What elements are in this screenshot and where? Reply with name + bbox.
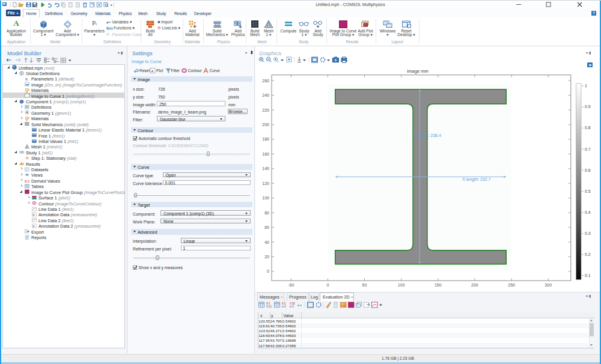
svg-text:-50: -50 (288, 283, 294, 287)
svg-text:0: 0 (326, 283, 329, 287)
svg-text:100: 100 (398, 283, 405, 287)
svg-text:e-x: e-x (297, 303, 302, 306)
svg-text:1: 1 (585, 83, 587, 88)
svg-text:40: 40 (264, 240, 269, 244)
svg-text:8.5: 8.5 (282, 302, 286, 305)
svg-text:240: 240 (262, 93, 269, 97)
svg-text:8.5: 8.5 (266, 302, 270, 305)
svg-text:0.4: 0.4 (585, 210, 591, 214)
svg-text:i: i (28, 78, 28, 81)
svg-text:260: 260 (262, 79, 269, 83)
svg-text:0.7: 0.7 (585, 147, 591, 151)
svg-text:0.9: 0.9 (585, 105, 591, 109)
svg-text:e-3: e-3 (282, 305, 286, 308)
svg-text:250: 250 (508, 283, 515, 287)
svg-text:e-3: e-3 (290, 305, 294, 308)
svg-text:200: 200 (262, 123, 269, 127)
svg-text:4.12: 4.12 (266, 305, 272, 308)
svg-text:140: 140 (262, 166, 269, 171)
svg-text:0: 0 (267, 269, 269, 273)
svg-text:300: 300 (545, 283, 552, 287)
svg-text:8.5: 8.5 (25, 179, 29, 183)
svg-text:a: a (33, 213, 35, 216)
svg-text:20: 20 (264, 255, 269, 259)
svg-text:100: 100 (262, 196, 269, 200)
svg-text:0.58: 0.58 (290, 302, 295, 305)
svg-text:160: 160 (262, 152, 269, 156)
svg-text:Image mm: Image mm (407, 68, 428, 74)
svg-text:180: 180 (262, 137, 269, 141)
svg-text:50: 50 (362, 283, 367, 287)
svg-text:0.8: 0.8 (585, 126, 591, 130)
svg-text:220: 220 (262, 108, 269, 112)
svg-text:X-length: 232.7: X-length: 232.7 (462, 177, 491, 182)
svg-text:80: 80 (264, 211, 269, 215)
svg-text:0.1: 0.1 (585, 273, 591, 278)
svg-text:0.6: 0.6 (585, 168, 591, 172)
svg-text:Y-length: 238.4: Y-length: 238.4 (413, 133, 441, 138)
svg-text:0.2: 0.2 (585, 252, 591, 256)
svg-text:a: a (33, 224, 35, 228)
svg-text:150: 150 (435, 283, 442, 287)
svg-text:200: 200 (471, 283, 478, 287)
svg-text:0.5: 0.5 (585, 189, 591, 193)
svg-text:0.3: 0.3 (585, 231, 591, 235)
svg-text:120: 120 (262, 181, 269, 186)
svg-text:60: 60 (264, 225, 269, 229)
